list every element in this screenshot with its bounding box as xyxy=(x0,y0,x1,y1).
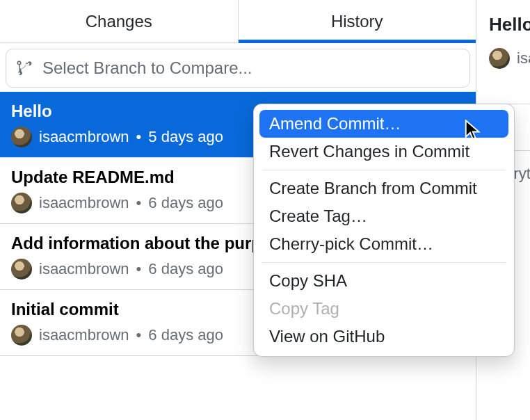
avatar xyxy=(489,48,510,69)
menu-separator xyxy=(262,170,506,170)
commit-author: isaacmbrown xyxy=(39,194,129,212)
detail-author: isaacmbrown xyxy=(517,49,530,67)
commit-time: 5 days ago xyxy=(148,128,223,146)
avatar xyxy=(11,127,32,147)
commit-context-menu: Amend Commit… Revert Changes in Commit C… xyxy=(253,104,515,357)
tab-changes[interactable]: Changes xyxy=(0,0,238,42)
tab-history[interactable]: History xyxy=(238,0,476,42)
separator-dot: • xyxy=(136,260,142,278)
commit-author: isaacmbrown xyxy=(39,260,129,278)
separator-dot: • xyxy=(136,128,142,146)
menu-separator xyxy=(262,262,506,263)
avatar xyxy=(11,193,32,213)
detail-meta: isaacmbrown xyxy=(489,48,530,69)
tab-changes-label: Changes xyxy=(86,12,152,31)
commit-author: isaacmbrown xyxy=(39,128,129,146)
menu-create-tag[interactable]: Create Tag… xyxy=(259,202,508,230)
commit-time: 6 days ago xyxy=(148,194,223,212)
menu-view-github[interactable]: View on GitHub xyxy=(259,323,508,350)
commit-time: 6 days ago xyxy=(148,326,223,344)
menu-cherry-pick[interactable]: Cherry-pick Commit… xyxy=(259,230,508,258)
branch-compare-select[interactable]: Select Branch to Compare... xyxy=(6,49,470,88)
tabs: Changes History xyxy=(0,0,476,43)
menu-create-branch[interactable]: Create Branch from Commit xyxy=(259,175,508,202)
tab-history-label: History xyxy=(331,12,383,31)
menu-copy-sha[interactable]: Copy SHA xyxy=(259,267,508,295)
separator-dot: • xyxy=(136,194,142,212)
branch-compare-placeholder: Select Branch to Compare... xyxy=(42,58,252,78)
menu-amend-commit[interactable]: Amend Commit… xyxy=(259,110,508,138)
separator-dot: • xyxy=(136,326,142,344)
detail-title: Hello xyxy=(489,14,530,35)
commit-author: isaacmbrown xyxy=(39,326,129,344)
avatar xyxy=(11,259,32,280)
avatar xyxy=(11,325,32,346)
menu-revert-commit[interactable]: Revert Changes in Commit xyxy=(259,138,508,165)
commit-time: 6 days ago xyxy=(148,260,223,278)
git-branch-icon xyxy=(16,60,33,76)
menu-copy-tag: Copy Tag xyxy=(259,295,508,323)
